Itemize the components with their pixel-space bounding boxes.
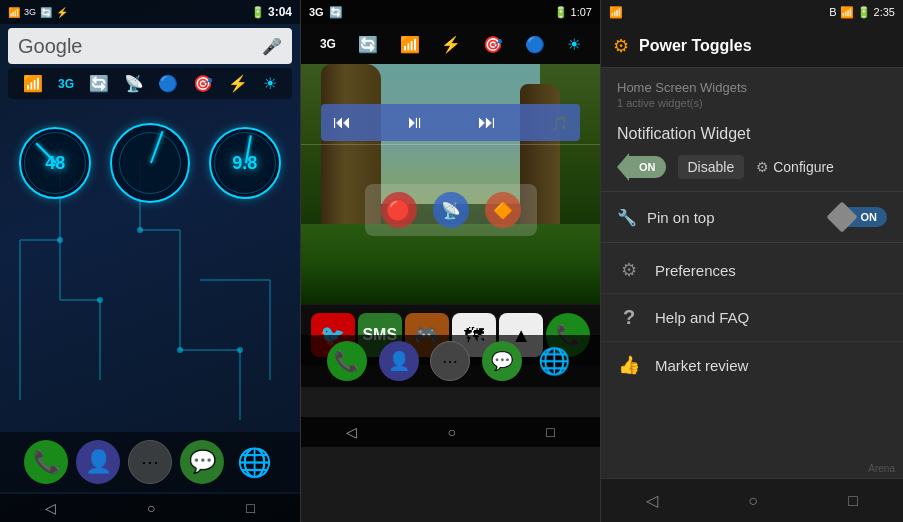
w-sync-icon[interactable]: 🔄 <box>352 35 384 54</box>
dock-phone-icon[interactable]: 📞 <box>24 440 68 484</box>
help-label: Help and FAQ <box>655 309 749 326</box>
p2-back-btn[interactable]: ◁ <box>346 424 357 440</box>
configure-label: Configure <box>773 159 834 175</box>
wifi-toggle-icon[interactable]: 📶 <box>23 74 43 93</box>
p2-network-icon: 3G <box>309 6 324 18</box>
app-title: Power Toggles <box>639 37 752 55</box>
sync-status-icon: 🔄 <box>40 7 52 18</box>
p2-dock-phone[interactable]: 📞 <box>327 341 367 381</box>
nav-bar-panel1: ◁ ○ □ <box>0 494 300 522</box>
float-widget[interactable]: 🔴 📡 🔶 <box>365 184 537 236</box>
music-widget[interactable]: ⏮ ⏯ ⏭ 🎵 <box>321 104 580 141</box>
back-btn[interactable]: ◁ <box>45 500 56 516</box>
p3-recents-btn[interactable]: □ <box>848 492 858 510</box>
p2-home-btn[interactable]: ○ <box>448 424 456 440</box>
pin-label: Pin on top <box>647 209 831 226</box>
search-bar[interactable]: Google 🎤 <box>8 28 292 64</box>
market-item[interactable]: 👍 Market review <box>601 342 903 388</box>
gauge-2 <box>110 123 190 203</box>
w-3g-icon[interactable]: 3G <box>314 37 342 51</box>
float-icon-2[interactable]: 📡 <box>433 192 469 228</box>
dock-contacts-icon[interactable]: 👤 <box>76 440 120 484</box>
dock-browser-icon[interactable]: 🌐 <box>232 440 276 484</box>
p2-dock-chrome[interactable]: 🌐 <box>534 341 574 381</box>
flash-toggle-icon[interactable]: ⚡ <box>228 74 248 93</box>
gps-toggle-icon[interactable]: 🎯 <box>193 74 213 93</box>
pin-icon: 🔧 <box>617 208 637 227</box>
brightness-toggle-icon[interactable]: ☀ <box>263 74 277 93</box>
svg-point-12 <box>57 237 63 243</box>
battery-icon: 🔋 <box>251 6 265 19</box>
p3-network-badge: 📶 <box>609 6 623 19</box>
divider-1 <box>601 191 903 192</box>
p3-home-btn[interactable]: ○ <box>748 492 758 510</box>
p3-wifi-icon: 📶 <box>840 6 854 19</box>
home-btn[interactable]: ○ <box>147 500 155 516</box>
w-target-icon[interactable]: 🎯 <box>477 35 509 54</box>
3g-toggle-icon[interactable]: 3G <box>58 77 74 91</box>
play-pause-btn[interactable]: ⏯ <box>406 112 424 133</box>
sync-toggle-icon[interactable]: 🔄 <box>89 74 109 93</box>
widget-toolbar: 3G 🔄 📶 ⚡ 🎯 🔵 ☀ <box>301 24 600 64</box>
w-brightness-icon[interactable]: ☀ <box>561 35 587 54</box>
w-flash-icon[interactable]: ⚡ <box>435 35 467 54</box>
app-bar: ⚙ Power Toggles <box>601 24 903 68</box>
statusbar-panel2: 3G 🔄 🔋 1:07 <box>301 0 600 24</box>
market-label: Market review <box>655 357 748 374</box>
on-toggle[interactable]: ON <box>617 153 666 181</box>
data-toggle-icon[interactable]: 📡 <box>124 74 144 93</box>
recents-btn[interactable]: □ <box>246 500 254 516</box>
p3-back-btn[interactable]: ◁ <box>646 491 658 510</box>
divider-2 <box>601 242 903 243</box>
section-subtext: 1 active widget(s) <box>601 97 903 117</box>
gauges-area: 48 9.8 <box>0 103 300 213</box>
bt-status-icon: ⚡ <box>56 7 68 18</box>
p2-dock-messages[interactable]: 💬 <box>482 341 522 381</box>
p2-dock-apps[interactable]: ⋯ <box>430 341 470 381</box>
pin-on-toggle[interactable]: ON <box>831 206 888 228</box>
bt-toggle-icon[interactable]: 🔵 <box>158 74 178 93</box>
on-label[interactable]: ON <box>629 156 666 178</box>
configure-icon: ⚙ <box>756 159 769 175</box>
widget-toggle-row: ON Disable ⚙ Configure <box>601 147 903 187</box>
w-wifi-icon[interactable]: 📶 <box>394 35 426 54</box>
gauge-3-value: 9.8 <box>232 153 257 174</box>
w-bt-icon[interactable]: 🔵 <box>519 35 551 54</box>
help-item[interactable]: ? Help and FAQ <box>601 294 903 342</box>
toggle-diamond <box>617 153 629 181</box>
p2-dock-contacts[interactable]: 👤 <box>379 341 419 381</box>
mic-icon[interactable]: 🎤 <box>262 37 282 56</box>
svg-point-13 <box>97 297 103 303</box>
float-icon-1[interactable]: 🔴 <box>381 192 417 228</box>
next-btn[interactable]: ⏭ <box>478 112 496 133</box>
gauge-1-needle <box>36 142 57 163</box>
svg-point-14 <box>137 227 143 233</box>
disable-button[interactable]: Disable <box>678 155 745 179</box>
preferences-icon: ⚙ <box>617 259 641 281</box>
watermark: Arena <box>868 463 895 474</box>
prev-btn[interactable]: ⏮ <box>333 112 351 133</box>
settings-content: Home Screen Widgets 1 active widget(s) N… <box>601 68 903 388</box>
p3-battery-icon: 🔋 <box>857 6 871 19</box>
nav-bar-panel2: ◁ ○ □ <box>301 417 600 447</box>
svg-point-15 <box>177 347 183 353</box>
section-header: Home Screen Widgets <box>601 68 903 97</box>
panel1-home-screen: 📶 3G 🔄 ⚡ 🔋 3:04 Google 🎤 📶 3G 🔄 📡 🔵 🎯 ⚡ … <box>0 0 300 522</box>
statusbar-panel1: 📶 3G 🔄 ⚡ 🔋 3:04 <box>0 0 300 24</box>
float-icon-3[interactable]: 🔶 <box>485 192 521 228</box>
dock-apps-icon[interactable]: ⋯ <box>128 440 172 484</box>
widget-toggle-bar: 📶 3G 🔄 📡 🔵 🎯 ⚡ ☀ <box>8 68 292 99</box>
configure-button[interactable]: ⚙ Configure <box>756 159 834 175</box>
p2-recents-btn[interactable]: □ <box>546 424 554 440</box>
dock-messages-icon[interactable]: 💬 <box>180 440 224 484</box>
p1-time: 3:04 <box>268 5 292 19</box>
gauge-1: 48 <box>19 127 91 199</box>
svg-point-16 <box>237 347 243 353</box>
p2-sync-icon: 🔄 <box>329 6 343 19</box>
pin-on-top-row[interactable]: 🔧 Pin on top ON <box>601 196 903 238</box>
preferences-item[interactable]: ⚙ Preferences <box>601 247 903 294</box>
gauge-3: 9.8 <box>209 127 281 199</box>
dock-panel2: 📞 👤 ⋯ 💬 🌐 <box>301 335 600 387</box>
background-photo: 🏍 ⏮ ⏯ ⏭ 🎵 🔴 📡 🔶 <box>301 64 600 304</box>
market-icon: 👍 <box>617 354 641 376</box>
